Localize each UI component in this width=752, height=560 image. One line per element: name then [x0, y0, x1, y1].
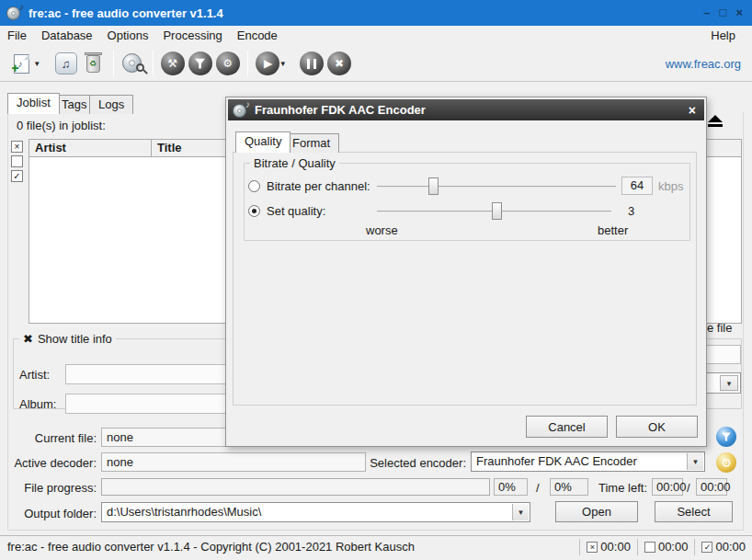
menu-file[interactable]: File	[0, 26, 34, 46]
bitrate-slider[interactable]	[377, 186, 616, 188]
menu-help[interactable]: Help	[703, 26, 743, 46]
status-x-icon: ×	[587, 542, 598, 553]
show-title-info-checkbox[interactable]: ✖	[23, 332, 33, 346]
file-progress-bar	[101, 478, 490, 496]
bitrate-slider-thumb[interactable]	[428, 177, 439, 195]
eject-disc-button[interactable]	[704, 115, 726, 131]
unselected-time-value: 00:00	[658, 540, 689, 554]
time-slash: /	[687, 481, 690, 495]
menu-encode[interactable]: Encode	[230, 26, 285, 46]
freac-website-link[interactable]: www.freac.org	[666, 57, 741, 71]
signal-processing-button[interactable]	[187, 50, 214, 77]
better-label: better	[598, 223, 628, 237]
dialog-close-button[interactable]: ×	[689, 103, 696, 118]
quality-value-label: 3	[628, 204, 634, 218]
current-file-label: Current file:	[0, 431, 97, 445]
chevron-down-icon[interactable]: ▾	[512, 504, 529, 520]
active-decoder-label: Active decoder:	[0, 456, 97, 470]
add-files-button[interactable]: ♪+	[7, 50, 35, 77]
set-quality-radio[interactable]	[248, 205, 260, 217]
dropdown-arrow-icon[interactable]: ▾	[720, 375, 738, 391]
eject-icon	[708, 115, 723, 122]
stop-encoding-button[interactable]: ✖	[325, 50, 353, 77]
selected-encoder-dropdown[interactable]: Fraunhofer FDK AAC Encoder ▾	[471, 451, 705, 472]
status-bar: fre:ac - free audio converter v1.1.4 - C…	[0, 535, 752, 557]
add-files-dropdown-arrow-icon[interactable]: ▾	[35, 59, 40, 68]
joblist-count-label: 0 file(s) in joblist:	[17, 119, 106, 132]
encoder-settings-icon[interactable]: ⚙	[716, 452, 736, 473]
freac-window: ♪ fre:ac - free audio converter v1.1.4 –…	[0, 0, 752, 560]
total-time-group: ✓ 00:00	[694, 539, 752, 555]
chevron-down-icon[interactable]: ▾	[687, 453, 703, 470]
select-folder-button[interactable]: Select	[655, 501, 733, 522]
app-icon: ♪	[6, 5, 23, 21]
bitrate-value-field[interactable]: 64	[621, 177, 653, 195]
pause-encoding-button[interactable]	[298, 50, 325, 77]
filter-icon	[188, 51, 212, 75]
start-encoding-dropdown-arrow-icon[interactable]: ▾	[281, 59, 286, 68]
quality-slider-thumb[interactable]	[492, 202, 502, 220]
total-time-value: 00:00	[715, 540, 746, 554]
cddb-query-button[interactable]	[120, 50, 147, 77]
start-encoding-button[interactable]: ▶	[254, 50, 281, 77]
trash-icon: ♻	[86, 55, 100, 73]
processing-status-icon[interactable]	[716, 427, 736, 447]
status-check-icon: ✓	[701, 542, 712, 553]
progress-slash: /	[536, 481, 540, 495]
tools-icon: ⚒	[161, 51, 185, 75]
close-button[interactable]: ×	[735, 0, 743, 26]
bitrate-label: Bitrate per channel:	[267, 179, 370, 193]
select-none-checkbox[interactable]	[11, 155, 23, 167]
gear-icon: ⚙	[216, 51, 240, 75]
selected-encoder-label: Selected encoder:	[368, 456, 466, 470]
encoder-config-dialog: ♪ Fraunhofer FDK AAC Encoder × Quality F…	[225, 97, 707, 447]
stop-icon: ✖	[327, 51, 351, 75]
selected-time-group: × 00:00	[579, 539, 637, 555]
menu-bar: File Database Options Processing Encode …	[0, 26, 752, 46]
menu-options[interactable]: Options	[100, 26, 156, 46]
time-left-label: Time left:	[588, 481, 647, 495]
status-empty-icon	[644, 542, 655, 553]
total-progress-percent: 0%	[550, 478, 588, 496]
tab-logs[interactable]: Logs	[89, 95, 133, 114]
worse-label: worse	[366, 223, 398, 237]
clear-joblist-button[interactable]: ♻	[80, 50, 108, 77]
selected-time-value: 00:00	[600, 540, 631, 554]
window-titlebar: ♪ fre:ac - free audio converter v1.1.4 –…	[0, 0, 752, 26]
toolbar-separator	[113, 51, 114, 76]
column-header-artist[interactable]: Artist	[29, 140, 152, 156]
dialog-tab-quality[interactable]: Quality	[235, 131, 291, 153]
status-text: fre:ac - free audio converter v1.1.4 - C…	[7, 540, 415, 554]
audio-cd-icon: ♫	[55, 52, 77, 74]
maximize-button[interactable]: □	[720, 0, 727, 26]
dialog-tab-format[interactable]: Format	[283, 133, 339, 153]
output-folder-dropdown[interactable]: d:\Users\tristanrhodes\Music\ ▾	[101, 502, 530, 522]
menu-database[interactable]: Database	[34, 26, 100, 46]
obscured-text-fragment: e file	[707, 321, 732, 335]
file-progress-label: File progress:	[0, 481, 97, 495]
menu-processing[interactable]: Processing	[155, 26, 229, 46]
time-left-value: 00:00	[652, 478, 683, 496]
minimize-button[interactable]: –	[703, 0, 710, 26]
play-icon: ▶	[256, 51, 279, 75]
toggle-selection-checkbox[interactable]: ✓	[11, 170, 23, 182]
add-audio-cd-button[interactable]: ♫	[52, 50, 80, 77]
tab-joblist[interactable]: Joblist	[7, 93, 60, 114]
artist-label: Artist:	[19, 368, 62, 382]
general-settings-button[interactable]: ⚒	[159, 50, 187, 77]
dialog-icon: ♪	[233, 102, 249, 119]
bitrate-radio[interactable]	[248, 180, 260, 192]
configuration-button[interactable]: ⚙	[214, 50, 242, 77]
pause-icon	[300, 51, 324, 75]
open-folder-button[interactable]: Open	[555, 501, 638, 522]
select-all-checkbox[interactable]: ×	[11, 141, 23, 153]
selected-encoder-value: Fraunhofer FDK AAC Encoder	[476, 454, 637, 468]
album-label: Album:	[19, 397, 62, 411]
bitrate-quality-group-label: Bitrate / Quality	[254, 156, 336, 170]
cancel-button[interactable]: Cancel	[526, 416, 608, 438]
add-files-icon: ♪+	[14, 54, 29, 74]
active-decoder-value: none	[101, 452, 366, 472]
show-title-info-label: Show title info	[38, 332, 112, 346]
file-progress-percent: 0%	[494, 478, 528, 496]
ok-button[interactable]: OK	[616, 416, 698, 438]
